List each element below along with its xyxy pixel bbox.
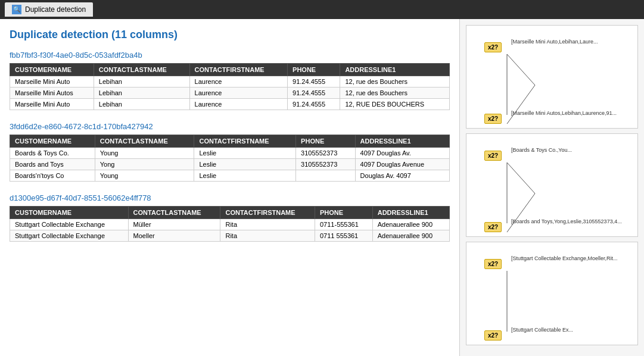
graph-panel-3: x2? [Stuttgart Collectable Exchange,Moel… bbox=[466, 242, 638, 345]
table-cell: Leslie bbox=[194, 170, 296, 182]
table-header-row: CUSTOMERNAME CONTACTLASTNAME CONTACTFIRS… bbox=[10, 64, 450, 76]
table-cell: Young bbox=[95, 170, 194, 182]
graph-node-1a: x2? bbox=[484, 42, 502, 52]
col-contactfirstname: CONTACTFIRSTNAME bbox=[189, 64, 287, 76]
table-cell: Marseille Mini Auto bbox=[10, 99, 94, 110]
graph-label-2a: [Boards & Toys Co.,You... bbox=[511, 147, 572, 154]
table-cell: Leslie bbox=[194, 148, 296, 159]
col-addressline1: ADDRESSLINE1 bbox=[340, 64, 450, 76]
table-cell: Adenauerallee 900 bbox=[372, 219, 449, 230]
col-phone: PHONE bbox=[315, 207, 373, 219]
col-customername: CUSTOMERNAME bbox=[10, 135, 95, 148]
col-contactlastname: CONTACTLASTNAME bbox=[95, 135, 194, 148]
title-bar: 🔍 Duplicate detection bbox=[0, 0, 644, 19]
col-contactlastname: CONTACTLASTNAME bbox=[128, 207, 220, 219]
table-cell: Marseille Mini Auto bbox=[10, 76, 94, 88]
col-phone: PHONE bbox=[296, 135, 355, 148]
table-3: CUSTOMERNAME CONTACTLASTNAME CONTACTFIRS… bbox=[10, 206, 450, 242]
table-cell: Douglas Av. 4097 bbox=[355, 170, 449, 182]
table-cell: Stuttgart Collectable Exchange bbox=[10, 230, 129, 242]
table-cell: Young bbox=[95, 148, 194, 159]
table-row: Stuttgart Collectable ExchangeMüllerRita… bbox=[10, 219, 450, 230]
table-header-row: CUSTOMERNAME CONTACTLASTNAME CONTACTFIRS… bbox=[10, 135, 450, 148]
app-icon: 🔍 bbox=[12, 5, 21, 14]
group-section-1: fbb7fbf3-f30f-4ae0-8d5c-053afdf2ba4b CUS… bbox=[10, 51, 450, 110]
page-title: Duplicate detection (11 columns) bbox=[10, 29, 450, 41]
table-cell: Müller bbox=[128, 219, 220, 230]
table-cell bbox=[296, 170, 355, 182]
table-cell: Leslie bbox=[194, 159, 296, 170]
graph-node-3a: x2? bbox=[484, 259, 502, 269]
svg-line-2 bbox=[507, 85, 535, 124]
table-cell: 0711 555361 bbox=[315, 230, 373, 242]
graph-node-2b: x2? bbox=[484, 222, 502, 232]
table-cell: Laurence bbox=[189, 88, 287, 99]
table-cell: 91.24.4555 bbox=[288, 99, 340, 110]
graph-node-1b: x2? bbox=[484, 114, 502, 124]
table-row: Boards and ToysYongLeslie31055523734097 … bbox=[10, 159, 450, 170]
col-addressline1: ADDRESSLINE1 bbox=[355, 135, 449, 148]
graph-label-1a: [Marseille Mini Auto,Lebihan,Laure... bbox=[511, 39, 598, 46]
graph-label-3a: [Stuttgart Collectable Exchange,Moeller,… bbox=[511, 255, 618, 263]
table-cell: 12, rue des Bouchers bbox=[340, 88, 450, 99]
table-cell: Lebihan bbox=[94, 88, 189, 99]
table-cell: Rita bbox=[220, 219, 315, 230]
graph-label-2b: [Boards and Toys,Yong,Leslie,3105552373,… bbox=[511, 218, 622, 226]
table-row: Boards & Toys Co.YoungLeslie310555237340… bbox=[10, 148, 450, 159]
table-2: CUSTOMERNAME CONTACTLASTNAME CONTACTFIRS… bbox=[10, 135, 450, 182]
table-cell: 91.24.4555 bbox=[288, 76, 340, 88]
table-cell: Yong bbox=[95, 159, 194, 170]
table-cell: 3105552373 bbox=[296, 159, 355, 170]
graph-node-2a: x2? bbox=[484, 151, 502, 161]
table-cell: Laurence bbox=[189, 76, 287, 88]
table-cell: Lebihan bbox=[94, 99, 189, 110]
graph-label-1b: [Marseille Mini Autos,Lebihan,Laurence,9… bbox=[511, 110, 617, 117]
group-uuid-2: 3fdd6d2e-e860-4672-8c1d-170bfa427942 bbox=[10, 122, 450, 131]
table-cell: 12, rue des Bouchers bbox=[340, 76, 450, 88]
col-customername: CUSTOMERNAME bbox=[10, 207, 129, 219]
title-bar-tab[interactable]: 🔍 Duplicate detection bbox=[5, 2, 93, 17]
table-cell: Rita bbox=[220, 230, 315, 242]
col-contactfirstname: CONTACTFIRSTNAME bbox=[220, 207, 315, 219]
graph-panel-1: x2? [Marseille Mini Auto,Lebihan,Laure..… bbox=[466, 25, 638, 129]
table-cell: Adenauerallee 900 bbox=[372, 230, 449, 242]
table-row: Marseille Mini AutoLebihanLaurence91.24.… bbox=[10, 99, 450, 110]
table-1: CUSTOMERNAME CONTACTLASTNAME CONTACTFIRS… bbox=[10, 63, 450, 110]
col-contactlastname: CONTACTLASTNAME bbox=[94, 64, 189, 76]
table-cell: Boards'n'toys Co bbox=[10, 170, 95, 182]
tab-label: Duplicate detection bbox=[25, 5, 86, 14]
table-row: Marseille Mini AutoLebihanLaurence91.24.… bbox=[10, 76, 450, 88]
table-cell: Marseille Mini Autos bbox=[10, 88, 94, 99]
table-cell: 4097 Douglas Avenue bbox=[355, 159, 449, 170]
table-cell: 3105552373 bbox=[296, 148, 355, 159]
graph-node-3b: x2? bbox=[484, 330, 502, 341]
group-section-2: 3fdd6d2e-e860-4672-8c1d-170bfa427942 CUS… bbox=[10, 122, 450, 182]
table-cell: Boards & Toys Co. bbox=[10, 148, 95, 159]
col-contactfirstname: CONTACTFIRSTNAME bbox=[194, 135, 296, 148]
group-section-3: d1300e95-d67f-40d7-8551-56062e4ff778 CUS… bbox=[10, 193, 450, 242]
svg-line-5 bbox=[507, 193, 535, 232]
table-row: Marseille Mini AutosLebihanLaurence91.24… bbox=[10, 88, 450, 99]
table-cell: 12, RUE DES BOUCHERS bbox=[340, 99, 450, 110]
table-cell: Lebihan bbox=[94, 76, 189, 88]
table-row: Stuttgart Collectable ExchangeMoellerRit… bbox=[10, 230, 450, 242]
table-cell: 0711-555361 bbox=[315, 219, 373, 230]
main-content: Duplicate detection (11 columns) fbb7fbf… bbox=[0, 19, 644, 356]
right-panel: x2? [Marseille Mini Auto,Lebihan,Laure..… bbox=[459, 19, 644, 356]
graph-panel-2: x2? [Boards & Toys Co.,You... x2? [Board… bbox=[466, 133, 638, 237]
graph-label-3b: [Stuttgart Collectable Ex... bbox=[511, 327, 573, 334]
group-uuid-1: fbb7fbf3-f30f-4ae0-8d5c-053afdf2ba4b bbox=[10, 51, 450, 60]
col-addressline1: ADDRESSLINE1 bbox=[372, 207, 449, 219]
left-panel: Duplicate detection (11 columns) fbb7fbf… bbox=[0, 19, 459, 356]
svg-line-0 bbox=[507, 54, 535, 85]
table-cell: 4097 Douglas Av. bbox=[355, 148, 449, 159]
col-phone: PHONE bbox=[288, 64, 340, 76]
table-cell: Stuttgart Collectable Exchange bbox=[10, 219, 129, 230]
table-cell: Laurence bbox=[189, 99, 287, 110]
table-cell: Moeller bbox=[128, 230, 220, 242]
table-header-row: CUSTOMERNAME CONTACTLASTNAME CONTACTFIRS… bbox=[10, 207, 450, 219]
table-cell: Boards and Toys bbox=[10, 159, 95, 170]
table-cell: 91.24.4555 bbox=[288, 88, 340, 99]
col-customername: CUSTOMERNAME bbox=[10, 64, 94, 76]
group-uuid-3: d1300e95-d67f-40d7-8551-56062e4ff778 bbox=[10, 193, 450, 202]
